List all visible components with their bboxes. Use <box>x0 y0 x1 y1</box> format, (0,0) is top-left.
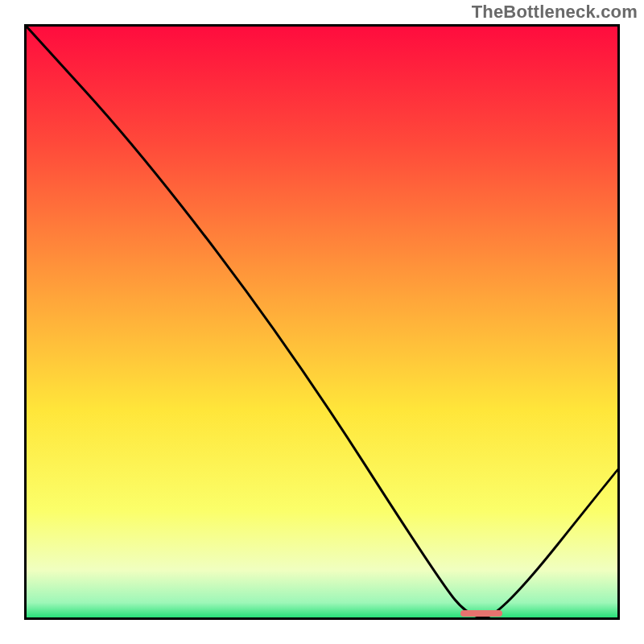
bottleneck-curve <box>27 27 617 617</box>
watermark-label: TheBottleneck.com <box>472 2 638 23</box>
plot-area <box>24 24 620 620</box>
optimal-marker <box>460 610 502 617</box>
bottleneck-chart: TheBottleneck.com <box>0 0 644 644</box>
